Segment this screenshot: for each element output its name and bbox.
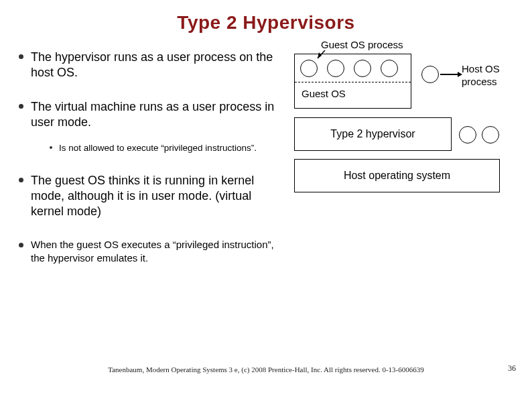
bullet-3: The guest OS thinks it is running in ker… bbox=[19, 173, 277, 219]
bullet-1: The hypervisor runs as a user process on… bbox=[19, 50, 277, 80]
slide: Type 2 Hypervisors The hypervisor runs a… bbox=[0, 0, 532, 399]
diagram-box-host-os: Host operating system bbox=[294, 159, 500, 192]
content-area: The hypervisor runs as a user process on… bbox=[19, 50, 513, 283]
page-number: 36 bbox=[508, 363, 516, 374]
process-circle-icon bbox=[421, 66, 439, 83]
footer-citation: Tanenbaum, Modern Operating Systems 3 e,… bbox=[0, 365, 532, 374]
diagram-label-host-os-process: Host OS process bbox=[462, 63, 500, 89]
bullet-2-sub-1: Is not allowed to execute “privileged in… bbox=[50, 142, 277, 154]
process-circle-icon bbox=[354, 60, 371, 77]
process-circle-icon bbox=[300, 60, 318, 77]
process-circle-icon bbox=[381, 60, 398, 77]
arrow-head-icon bbox=[458, 72, 462, 77]
sub-bullet-list: Is not allowed to execute “privileged in… bbox=[50, 142, 277, 154]
bullet-list: The hypervisor runs as a user process on… bbox=[19, 50, 277, 264]
diagram-dashed-line bbox=[295, 82, 411, 82]
bullet-2-text: The virtual machine runs as a user proce… bbox=[31, 100, 274, 129]
left-column: The hypervisor runs as a user process on… bbox=[19, 50, 277, 283]
right-column: Guest OS process Guest OS Host OS proces bbox=[289, 50, 510, 283]
arrow-line bbox=[440, 74, 459, 75]
hypervisor-diagram: Guest OS process Guest OS Host OS proces bbox=[289, 54, 503, 221]
process-circle-icon bbox=[459, 126, 476, 144]
bullet-4: When the guest OS executes a “privileged… bbox=[19, 238, 277, 264]
diagram-label-guest-os-process: Guest OS process bbox=[321, 39, 403, 52]
process-circle-icon bbox=[327, 60, 344, 77]
bullet-2: The virtual machine runs as a user proce… bbox=[19, 99, 277, 154]
diagram-label-guest-os: Guest OS bbox=[302, 88, 346, 101]
process-circle-icon bbox=[482, 126, 499, 144]
diagram-box-type2-hypervisor: Type 2 hypervisor bbox=[294, 117, 452, 151]
slide-title: Type 2 Hypervisors bbox=[19, 12, 513, 34]
diagram-process-row: Guest OS bbox=[294, 54, 411, 109]
